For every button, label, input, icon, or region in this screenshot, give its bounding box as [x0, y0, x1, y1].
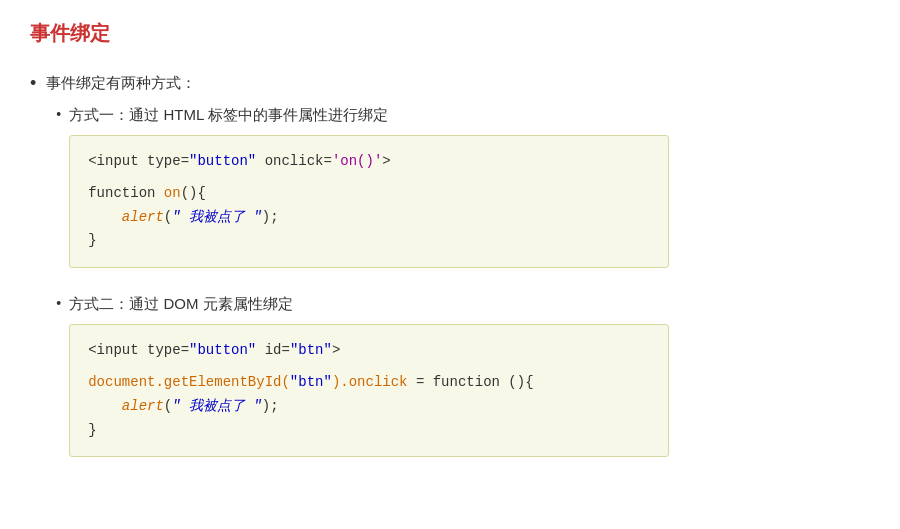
- list-item-1: • 事件绑定有两种方式： • 方式一：通过 HTML 标签中的事件属性进行绑定 …: [30, 71, 870, 481]
- sub-item-2: • 方式二：通过 DOM 元素属性绑定 <input type="button"…: [56, 292, 870, 471]
- main-list: • 事件绑定有两种方式： • 方式一：通过 HTML 标签中的事件属性进行绑定 …: [30, 71, 870, 481]
- sub-bullet-dot-1: •: [56, 103, 61, 125]
- bullet-text-1: 事件绑定有两种方式：: [46, 74, 196, 91]
- page-title: 事件绑定: [30, 20, 870, 47]
- sub-text-1: 方式一：通过 HTML 标签中的事件属性进行绑定: [69, 103, 870, 127]
- code-line-2-3: alert(" 我被点了 ");: [88, 395, 650, 419]
- sub-bullet-dot-2: •: [56, 292, 61, 314]
- sub-item-1: • 方式一：通过 HTML 标签中的事件属性进行绑定 <input type="…: [56, 103, 870, 282]
- code-line-1-3: alert(" 我被点了 ");: [88, 206, 650, 230]
- sub-content-2: 方式二：通过 DOM 元素属性绑定 <input type="button" i…: [69, 292, 870, 471]
- code-line-1-2: function on(){: [88, 182, 650, 206]
- sub-text-2: 方式二：通过 DOM 元素属性绑定: [69, 292, 870, 316]
- code-line-2-4: }: [88, 419, 650, 443]
- sub-list-1: • 方式一：通过 HTML 标签中的事件属性进行绑定 <input type="…: [46, 103, 870, 471]
- code-line-2-2: document.getElementById("btn").onclick =…: [88, 371, 650, 395]
- sub-content-1: 方式一：通过 HTML 标签中的事件属性进行绑定 <input type="bu…: [69, 103, 870, 282]
- bullet-content-1: 事件绑定有两种方式： • 方式一：通过 HTML 标签中的事件属性进行绑定 <i…: [46, 71, 870, 481]
- code-line-2-1: <input type="button" id="btn">: [88, 339, 650, 363]
- bullet-dot-1: •: [30, 71, 36, 96]
- code-block-2: <input type="button" id="btn"> document.…: [69, 324, 669, 457]
- code-line-1-1: <input type="button" onclick='on()'>: [88, 150, 650, 174]
- code-block-1: <input type="button" onclick='on()'> fun…: [69, 135, 669, 268]
- code-line-1-4: }: [88, 229, 650, 253]
